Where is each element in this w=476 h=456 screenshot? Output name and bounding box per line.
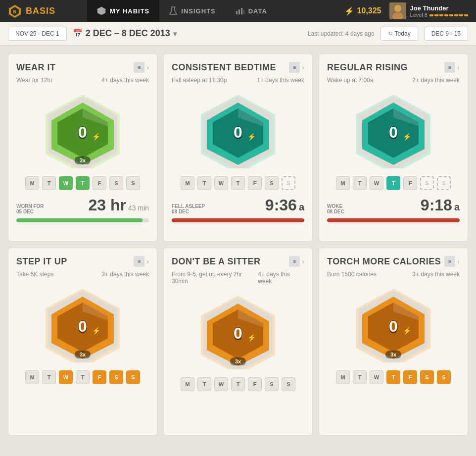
- day-indicator-5: S: [265, 176, 279, 190]
- badge-multiplier: 3x: [75, 351, 91, 358]
- card-menu-button[interactable]: ≡: [289, 62, 300, 73]
- main-content: WEAR IT ≡ › Wear for 12hr 4+ days this w…: [0, 46, 476, 444]
- stat-row: WORN FOR05 DEC 23 hr 43 min: [16, 196, 149, 214]
- svg-text:⚡: ⚡: [92, 327, 101, 335]
- habit-card-3: STEP IT UP ≡ › Take 5K steps 3+ days thi…: [8, 248, 157, 436]
- day-indicator-2: W: [214, 176, 228, 190]
- card-menu-button[interactable]: ≡: [289, 256, 300, 267]
- svg-rect-6: [241, 8, 242, 14]
- day-indicator-5: S: [109, 370, 123, 384]
- badge-container: 0 0 ⚡ 3x: [16, 92, 149, 168]
- card-arrow-icon[interactable]: ›: [146, 257, 149, 265]
- prev-date-button[interactable]: NOV 25 - DEC 1: [8, 27, 67, 41]
- habit-card-1: CONSISTENT BEDTIME ≡ › Fall asleep at 11…: [163, 53, 313, 242]
- card-arrow-icon[interactable]: ›: [302, 257, 304, 265]
- stat-unit: 43 min: [128, 204, 149, 212]
- day-indicator-1: T: [353, 176, 367, 190]
- day-indicator-0: M: [336, 370, 350, 384]
- user-name: Joe Thunder: [410, 4, 468, 12]
- calendar-icon: 📅: [73, 29, 83, 38]
- day-indicator-1: T: [42, 176, 56, 190]
- card-arrow-icon[interactable]: ›: [302, 63, 304, 71]
- card-header: CONSISTENT BEDTIME ≡ ›: [172, 62, 304, 73]
- card-arrow-icon[interactable]: ›: [146, 63, 149, 71]
- day-indicator-4: F: [403, 176, 417, 190]
- stat-suffix: a: [454, 202, 460, 213]
- day-indicator-5: S: [420, 176, 434, 190]
- card-subtitle-left: Fall asleep at 11:30p: [172, 77, 227, 84]
- level-pip-2: [434, 14, 438, 16]
- card-subtitle-right: 2+ days this week: [412, 77, 460, 84]
- day-indicator-0: M: [25, 370, 39, 384]
- day-indicator-1: T: [197, 176, 211, 190]
- day-indicator-1: T: [353, 370, 367, 384]
- card-arrow-icon[interactable]: ›: [457, 63, 460, 71]
- svg-text:0: 0: [234, 123, 242, 141]
- card-menu-button[interactable]: ≡: [134, 62, 144, 73]
- points-value: 10,325: [357, 6, 381, 15]
- day-indicators: MTWTFSS: [172, 377, 304, 391]
- card-subinfo: Take 5K steps 3+ days this week: [16, 271, 149, 278]
- card-subinfo: Wake up at 7:00a 2+ days this week: [327, 77, 460, 84]
- day-indicator-4: F: [248, 377, 262, 391]
- svg-text:0: 0: [78, 123, 87, 141]
- card-arrow-icon[interactable]: ›: [457, 257, 460, 265]
- last-updated-text: Last updated: 4 days ago: [308, 30, 375, 37]
- card-subtitle-left: Burn 1500 calories: [327, 271, 377, 278]
- level-pip-1: [429, 14, 433, 16]
- day-indicator-0: M: [25, 176, 39, 190]
- card-header: STEP IT UP ≡ ›: [16, 256, 149, 267]
- card-header: TORCH MORE CALORIES ≡ ›: [327, 256, 460, 267]
- next-date-button[interactable]: DEC 9 - 15: [424, 27, 468, 41]
- basis-logo-icon: B: [8, 4, 22, 18]
- day-indicator-3: T: [231, 377, 245, 391]
- card-title: STEP IT UP: [16, 256, 134, 267]
- badge-container: 0 0 ⚡ 3x: [327, 286, 460, 362]
- card-menu-button[interactable]: ≡: [444, 256, 455, 267]
- svg-text:⚡: ⚡: [403, 133, 412, 141]
- level-pip-6: [454, 14, 458, 16]
- current-date-display: 📅 2 DEC – 8 DEC 2013 ▾: [73, 28, 177, 39]
- date-dropdown-icon[interactable]: ▾: [173, 30, 177, 38]
- card-subtitle-left: Wear for 12hr: [16, 77, 52, 84]
- stat-value: 23 hr 43 min: [88, 196, 149, 214]
- card-subtitle-left: From 9-5, get up every 2hr 30min: [172, 271, 258, 285]
- stat-suffix: a: [299, 202, 304, 213]
- svg-text:B: B: [13, 9, 17, 14]
- day-indicator-6: S: [282, 377, 295, 391]
- day-indicators: MTWTFSS: [172, 176, 304, 190]
- nav-data[interactable]: DATA: [226, 0, 277, 22]
- day-indicator-2: W: [370, 370, 383, 384]
- nav-insights[interactable]: INSIGHTS: [159, 0, 225, 22]
- day-indicator-5: S: [265, 377, 279, 391]
- today-button[interactable]: ↻ Today: [381, 27, 418, 41]
- svg-rect-4: [236, 11, 238, 14]
- card-subtitle-right: 4+ days this week: [101, 77, 149, 84]
- day-indicator-5: S: [420, 370, 434, 384]
- badge-hexagon: 0 0 ⚡: [196, 92, 280, 168]
- card-menu-button[interactable]: ≡: [134, 256, 144, 267]
- card-title: WEAR IT: [16, 62, 134, 73]
- level-bar: [429, 14, 468, 16]
- day-indicator-6: S: [437, 370, 451, 384]
- day-indicator-3: T: [386, 370, 400, 384]
- level-pip-5: [449, 14, 453, 16]
- day-indicator-4: F: [93, 176, 106, 190]
- day-indicator-3: T: [231, 176, 245, 190]
- badge-multiplier: 3x: [385, 351, 401, 358]
- badge-multiplier: 3x: [230, 357, 246, 365]
- card-menu-button[interactable]: ≡: [444, 62, 455, 73]
- svg-text:⚡: ⚡: [92, 133, 101, 141]
- day-indicator-6: S: [126, 370, 140, 384]
- day-indicator-0: M: [181, 176, 194, 190]
- nav-insights-label: INSIGHTS: [181, 7, 215, 15]
- day-indicator-0: M: [336, 176, 350, 190]
- day-indicators: MTWTFSS: [16, 370, 149, 384]
- refresh-icon: ↻: [388, 30, 393, 37]
- stat-row: WOKE08 DEC 9:18 a: [327, 196, 460, 214]
- day-indicator-4: F: [248, 176, 262, 190]
- card-title: TORCH MORE CALORIES: [327, 256, 444, 267]
- svg-text:0: 0: [234, 324, 242, 342]
- logo: B BASIS: [8, 4, 87, 18]
- nav-my-habits[interactable]: MY HABITS: [87, 0, 159, 22]
